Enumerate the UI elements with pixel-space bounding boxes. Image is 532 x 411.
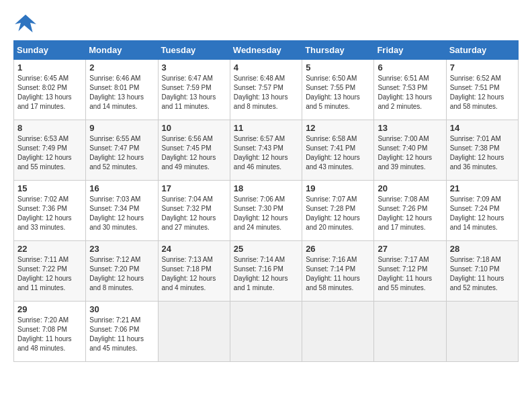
calendar-cell: 24 Sunrise: 7:13 AM Sunset: 7:18 PM Dayl… [158, 241, 230, 302]
day-number: 23 [89, 244, 154, 254]
sunrise-text: Sunrise: 6:55 AM [89, 135, 140, 142]
calendar-cell: 12 Sunrise: 6:58 AM Sunset: 7:41 PM Dayl… [302, 120, 374, 181]
day-number: 10 [162, 123, 226, 133]
sunset-text: Sunset: 8:02 PM [17, 84, 67, 91]
cell-info: Sunrise: 6:46 AM Sunset: 8:01 PM Dayligh… [89, 74, 154, 111]
day-number: 6 [378, 62, 442, 73]
cell-info: Sunrise: 6:52 AM Sunset: 7:51 PM Dayligh… [450, 74, 515, 111]
sunrise-text: Sunrise: 7:18 AM [450, 256, 501, 263]
day-number: 9 [89, 123, 154, 133]
daylight-text: Daylight: 12 hours and 55 minutes. [17, 154, 72, 171]
day-number: 12 [306, 123, 370, 133]
sunset-text: Sunset: 7:14 PM [306, 265, 355, 273]
sunrise-text: Sunrise: 7:02 AM [17, 195, 69, 203]
svg-marker-0 [15, 15, 36, 32]
cell-info: Sunrise: 7:16 AM Sunset: 7:14 PM Dayligh… [306, 255, 370, 293]
daylight-text: Daylight: 12 hours and 43 minutes. [306, 154, 360, 171]
daylight-text: Daylight: 12 hours and 52 minutes. [89, 154, 144, 171]
sunset-text: Sunset: 7:26 PM [378, 205, 427, 212]
calendar-cell: 8 Sunrise: 6:53 AM Sunset: 7:49 PM Dayli… [14, 120, 86, 181]
cell-info: Sunrise: 6:57 AM Sunset: 7:43 PM Dayligh… [234, 134, 298, 172]
cell-info: Sunrise: 7:08 AM Sunset: 7:26 PM Dayligh… [378, 195, 442, 232]
calendar-cell: 21 Sunrise: 7:09 AM Sunset: 7:24 PM Dayl… [446, 181, 518, 241]
sunset-text: Sunset: 7:06 PM [89, 326, 139, 333]
daylight-text: Daylight: 12 hours and 46 minutes. [234, 154, 288, 171]
sunrise-text: Sunrise: 7:07 AM [306, 195, 357, 203]
calendar-cell [446, 302, 518, 362]
day-number: 19 [306, 183, 370, 193]
sunset-text: Sunset: 7:38 PM [450, 144, 500, 152]
daylight-text: Daylight: 11 hours and 48 minutes. [17, 335, 72, 352]
sunset-text: Sunset: 7:41 PM [306, 144, 355, 152]
daylight-text: Daylight: 12 hours and 20 minutes. [306, 214, 360, 231]
day-number: 26 [306, 244, 370, 254]
calendar-cell: 27 Sunrise: 7:17 AM Sunset: 7:12 PM Dayl… [374, 241, 446, 302]
calendar-cell: 9 Sunrise: 6:55 AM Sunset: 7:47 PM Dayli… [86, 120, 158, 181]
daylight-text: Daylight: 12 hours and 49 minutes. [162, 154, 216, 171]
cell-info: Sunrise: 6:50 AM Sunset: 7:55 PM Dayligh… [306, 74, 370, 111]
cell-info: Sunrise: 7:11 AM Sunset: 7:22 PM Dayligh… [17, 255, 82, 293]
daylight-text: Daylight: 13 hours and 2 minutes. [378, 93, 432, 110]
cell-info: Sunrise: 6:58 AM Sunset: 7:41 PM Dayligh… [306, 134, 370, 172]
day-number: 13 [378, 123, 442, 133]
sunset-text: Sunset: 7:28 PM [306, 205, 355, 212]
sunrise-text: Sunrise: 7:03 AM [89, 195, 140, 203]
sunrise-text: Sunrise: 6:48 AM [234, 75, 285, 82]
calendar-cell: 16 Sunrise: 7:03 AM Sunset: 7:34 PM Dayl… [86, 181, 158, 241]
calendar-cell: 11 Sunrise: 6:57 AM Sunset: 7:43 PM Dayl… [230, 120, 302, 181]
day-number: 30 [89, 304, 154, 314]
calendar-cell: 10 Sunrise: 6:56 AM Sunset: 7:45 PM Dayl… [158, 120, 230, 181]
calendar-header-row: SundayMondayTuesdayWednesdayThursdayFrid… [14, 41, 519, 60]
sunrise-text: Sunrise: 7:13 AM [162, 256, 213, 263]
day-header-tuesday: Tuesday [158, 41, 230, 60]
daylight-text: Daylight: 12 hours and 24 minutes. [234, 214, 288, 231]
calendar-week-4: 22 Sunrise: 7:11 AM Sunset: 7:22 PM Dayl… [14, 241, 519, 302]
daylight-text: Daylight: 11 hours and 58 minutes. [306, 275, 360, 291]
sunset-text: Sunset: 8:01 PM [89, 84, 139, 91]
cell-info: Sunrise: 6:56 AM Sunset: 7:45 PM Dayligh… [162, 134, 226, 172]
sunrise-text: Sunrise: 7:00 AM [378, 135, 429, 142]
sunrise-text: Sunrise: 6:50 AM [306, 75, 357, 82]
daylight-text: Daylight: 11 hours and 55 minutes. [378, 275, 432, 291]
calendar-cell: 19 Sunrise: 7:07 AM Sunset: 7:28 PM Dayl… [302, 181, 374, 241]
daylight-text: Daylight: 13 hours and 14 minutes. [89, 93, 144, 110]
daylight-text: Daylight: 11 hours and 52 minutes. [450, 275, 504, 291]
day-number: 18 [234, 183, 298, 193]
cell-info: Sunrise: 7:20 AM Sunset: 7:08 PM Dayligh… [17, 316, 82, 353]
daylight-text: Daylight: 12 hours and 27 minutes. [162, 214, 216, 231]
sunrise-text: Sunrise: 7:11 AM [17, 256, 69, 263]
day-number: 4 [234, 62, 298, 73]
calendar-cell [302, 302, 374, 362]
daylight-text: Daylight: 11 hours and 45 minutes. [89, 335, 144, 352]
page-header [13, 13, 519, 34]
cell-info: Sunrise: 7:01 AM Sunset: 7:38 PM Dayligh… [450, 134, 515, 172]
calendar-cell: 29 Sunrise: 7:20 AM Sunset: 7:08 PM Dayl… [14, 302, 86, 362]
cell-info: Sunrise: 6:45 AM Sunset: 8:02 PM Dayligh… [17, 74, 82, 111]
calendar-cell: 30 Sunrise: 7:21 AM Sunset: 7:06 PM Dayl… [86, 302, 158, 362]
day-number: 27 [378, 244, 442, 254]
calendar-cell: 6 Sunrise: 6:51 AM Sunset: 7:53 PM Dayli… [374, 60, 446, 120]
cell-info: Sunrise: 7:07 AM Sunset: 7:28 PM Dayligh… [306, 195, 370, 232]
sunset-text: Sunset: 7:57 PM [234, 84, 283, 91]
day-header-saturday: Saturday [446, 41, 518, 60]
logo [13, 13, 40, 34]
sunset-text: Sunset: 7:30 PM [234, 205, 283, 212]
sunrise-text: Sunrise: 7:06 AM [234, 195, 285, 203]
day-number: 21 [450, 183, 515, 193]
cell-info: Sunrise: 7:02 AM Sunset: 7:36 PM Dayligh… [17, 195, 82, 232]
day-header-wednesday: Wednesday [230, 41, 302, 60]
day-number: 22 [17, 244, 82, 254]
sunrise-text: Sunrise: 6:45 AM [17, 75, 69, 82]
calendar-week-5: 29 Sunrise: 7:20 AM Sunset: 7:08 PM Dayl… [14, 302, 519, 362]
day-number: 11 [234, 123, 298, 133]
cell-info: Sunrise: 7:06 AM Sunset: 7:30 PM Dayligh… [234, 195, 298, 232]
calendar-table: SundayMondayTuesdayWednesdayThursdayFrid… [13, 40, 519, 362]
sunset-text: Sunset: 7:55 PM [306, 84, 355, 91]
cell-info: Sunrise: 7:09 AM Sunset: 7:24 PM Dayligh… [450, 195, 515, 232]
sunrise-text: Sunrise: 7:17 AM [378, 256, 429, 263]
cell-info: Sunrise: 6:53 AM Sunset: 7:49 PM Dayligh… [17, 134, 82, 172]
sunset-text: Sunset: 7:22 PM [17, 265, 67, 273]
daylight-text: Daylight: 13 hours and 17 minutes. [17, 93, 72, 110]
calendar-cell: 5 Sunrise: 6:50 AM Sunset: 7:55 PM Dayli… [302, 60, 374, 120]
cell-info: Sunrise: 6:47 AM Sunset: 7:59 PM Dayligh… [162, 74, 226, 111]
